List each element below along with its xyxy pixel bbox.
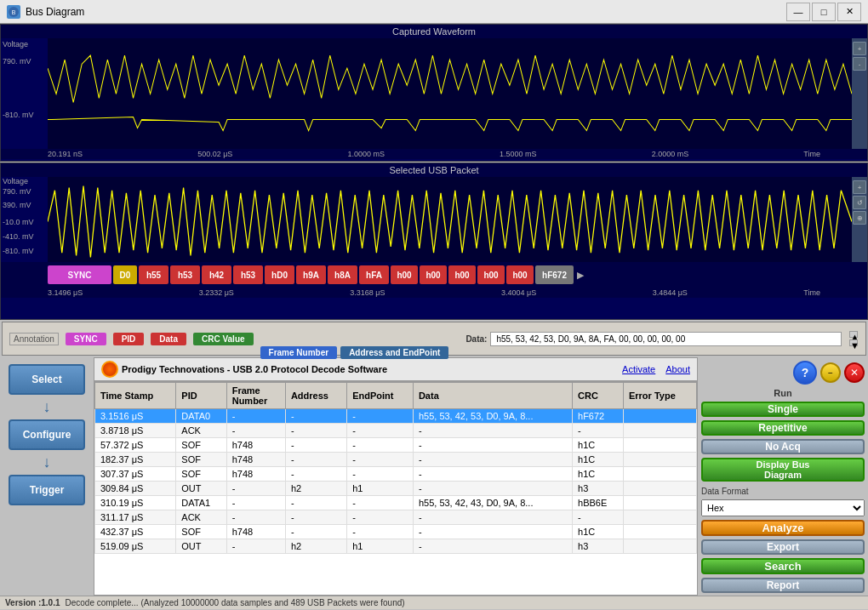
table-cell: - <box>413 424 572 438</box>
table-cell: ACK <box>176 510 226 525</box>
table-cell: - <box>347 525 414 539</box>
table-row[interactable]: 3.1516 μSDATA0---h55, 53, 42, 53, D0, 9A… <box>95 409 697 424</box>
table-cell: h2 <box>285 539 346 554</box>
minimize-round-button[interactable]: − <box>820 362 841 383</box>
bottom-y-10: -10.0 mV <box>3 218 34 226</box>
table-cell: SOF <box>176 438 226 453</box>
repetitive-button[interactable]: Repetitive <box>701 420 865 436</box>
data-format-select[interactable]: Hex Dec Bin ASCII <box>701 499 865 516</box>
table-cell: hBB6E <box>573 496 624 510</box>
bottom-time-1: 3.1496 μS <box>48 288 83 297</box>
right-sidebar: ? − ✕ Run Single Repetitive No Acq Displ… <box>698 357 868 596</box>
bottom-move-icon[interactable]: ⊕ <box>853 211 866 225</box>
scroll-down-icon[interactable]: ▼ <box>849 339 858 346</box>
no-acq-button[interactable]: No Acq <box>701 439 865 454</box>
data-label: Data: <box>465 334 487 344</box>
table-wrapper[interactable]: Time Stamp PID FrameNumber Address EndPo… <box>94 382 697 569</box>
top-time-1: 20.191 nS <box>48 150 83 158</box>
table-cell <box>623 438 696 453</box>
zoom-out-icon[interactable]: - <box>853 57 866 71</box>
svg-rect-3 <box>48 177 852 262</box>
table-cell: 309.84 μS <box>95 482 176 496</box>
single-button[interactable]: Single <box>701 402 865 417</box>
top-voltage-label: Voltage <box>3 40 28 48</box>
table-cell: - <box>573 510 624 525</box>
bottom-voltage-label: Voltage <box>3 177 28 185</box>
table-cell: SOF <box>176 453 226 467</box>
left-sidebar: Select ↓ Configure ↓ Trigger <box>0 357 94 596</box>
configure-button[interactable]: Configure <box>9 419 85 450</box>
bottom-waveform-svg <box>48 177 852 262</box>
scroll-up-icon[interactable]: ▲ <box>849 331 858 338</box>
ann-sync: SYNC <box>66 333 106 345</box>
table-cell: - <box>226 539 285 554</box>
data-row: Data: <box>465 332 842 346</box>
table-cell: - <box>573 424 624 438</box>
table-cell: 432.37 μS <box>95 525 176 539</box>
table-row[interactable]: 182.37 μSSOFh748---h1C <box>95 453 697 467</box>
bottom-time-5: 3.4844 μS <box>653 288 688 297</box>
restore-button[interactable]: □ <box>812 3 836 21</box>
table-row[interactable]: 57.372 μSSOFh748---h1C <box>95 438 697 453</box>
ann-pid: PID <box>113 333 145 345</box>
select-button[interactable]: Select <box>9 364 85 395</box>
bottom-y-810: -810. mV <box>3 247 34 255</box>
ann-crc: CRC Value <box>193 333 254 345</box>
proto-h55: h55 <box>139 265 168 284</box>
table-cell: h3 <box>573 539 624 554</box>
table-cell <box>623 510 696 525</box>
prodigy-logo: Prodigy Technovations - USB 2.0 Protocol… <box>101 361 387 378</box>
table-cell: - <box>347 453 414 467</box>
table-cell: hF672 <box>573 409 624 424</box>
trigger-button[interactable]: Trigger <box>9 475 85 505</box>
analyze-button[interactable]: Analyze <box>701 520 865 536</box>
bottom-zoom-in-icon[interactable]: + <box>853 180 866 194</box>
report-button[interactable]: Report <box>701 578 865 593</box>
run-label: Run <box>701 388 865 398</box>
top-time-5: 2.0000 mS <box>652 150 689 158</box>
proto-h9a: h9A <box>296 265 326 284</box>
proto-h00-5: h00 <box>506 265 534 284</box>
table-cell <box>623 409 696 424</box>
about-link[interactable]: About <box>665 364 690 374</box>
close-round-button[interactable]: ✕ <box>844 362 865 383</box>
table-row[interactable]: 519.09 μSOUT-h2h1-h3 <box>95 539 697 554</box>
minimize-button[interactable]: — <box>786 3 810 21</box>
table-cell: OUT <box>176 482 226 496</box>
col-frame: FrameNumber <box>226 383 285 409</box>
proto-h8a: h8A <box>328 265 357 284</box>
export-button[interactable]: Export <box>701 539 865 555</box>
table-cell: - <box>413 539 572 554</box>
table-row[interactable]: 307.37 μSSOFh748---h1C <box>95 467 697 482</box>
table-row[interactable]: 432.37 μSSOFh748---h1C <box>95 525 697 539</box>
table-cell: h1 <box>347 482 414 496</box>
top-time-right: Time <box>803 150 820 158</box>
bottom-scroll-icon[interactable]: ↺ <box>853 196 866 209</box>
table-cell: - <box>347 424 414 438</box>
search-button[interactable]: Search <box>701 558 865 574</box>
zoom-in-icon[interactable]: + <box>853 42 866 55</box>
table-cell: - <box>285 409 346 424</box>
activate-link[interactable]: Activate <box>622 364 655 374</box>
data-value-input[interactable] <box>490 332 842 346</box>
table-row[interactable]: 310.19 μSDATA1---h55, 53, 42, 43, D0, 9A… <box>95 496 697 510</box>
help-button[interactable]: ? <box>793 361 817 385</box>
table-cell: - <box>347 496 414 510</box>
table-row[interactable]: 3.8718 μSACK----- <box>95 424 697 438</box>
table-cell: - <box>413 453 572 467</box>
titlebar: B Bus Diagram — □ ✕ <box>0 0 868 24</box>
data-scrollbar: ▲ ▼ <box>848 331 859 346</box>
close-button[interactable]: ✕ <box>837 3 861 21</box>
top-waveform-content: Voltage 790. mV -810. mV + - <box>1 38 867 149</box>
display-bus-button[interactable]: Display Bus Diagram <box>701 458 865 482</box>
table-row[interactable]: 311.17 μSACK----- <box>95 510 697 525</box>
table-cell: 182.37 μS <box>95 453 176 467</box>
data-table-container: Time Stamp PID FrameNumber Address EndPo… <box>94 381 698 596</box>
col-timestamp: Time Stamp <box>95 383 176 409</box>
top-time-axis: 20.191 nS 500.02 μS 1.0000 mS 1.5000 mS … <box>1 149 867 159</box>
status-message: Decode complete... (Analyzed 10000000 da… <box>65 598 404 607</box>
table-cell <box>623 424 696 438</box>
table-row[interactable]: 309.84 μSOUT-h2h1-h3 <box>95 482 697 496</box>
table-cell: - <box>285 496 346 510</box>
table-cell: - <box>413 438 572 453</box>
